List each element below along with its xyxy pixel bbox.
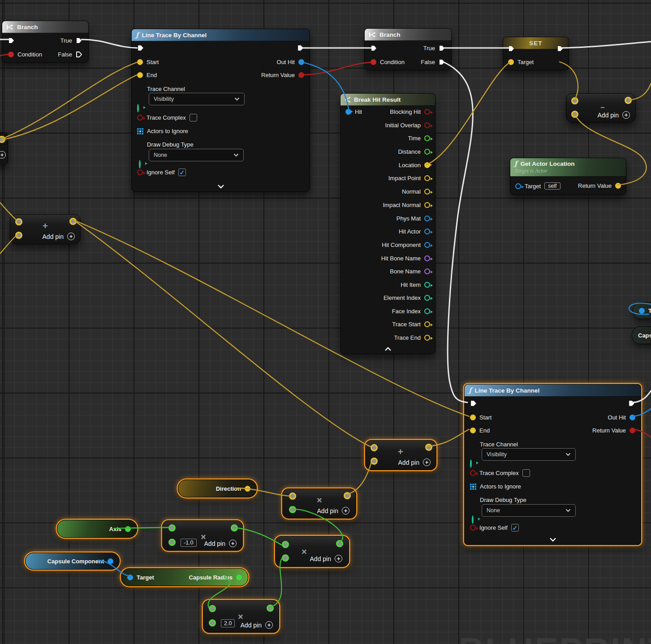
multiply-node-a[interactable]: × Add pin	[282, 488, 356, 519]
input-pin-a[interactable]	[571, 97, 578, 104]
normal-pin[interactable]	[424, 189, 430, 194]
blueprint-graph-canvas[interactable]: Branch Condition True False ƒ Line Trace…	[0, 0, 651, 644]
false-exec-pin[interactable]	[439, 59, 445, 65]
trace-channel-pin[interactable]	[470, 459, 472, 468]
output-pin[interactable]	[69, 218, 77, 225]
trace-start-pin[interactable]	[424, 321, 430, 327]
array-pin-icon[interactable]	[470, 484, 476, 490]
exec-in-pin[interactable]	[508, 45, 515, 52]
trace-channel-pin[interactable]	[137, 104, 139, 112]
out-hit-pin[interactable]	[629, 415, 635, 420]
expand-chevron-icon[interactable]	[549, 537, 556, 542]
trace-complex-checkbox[interactable]	[190, 114, 197, 121]
exec-out-pin[interactable]	[297, 44, 304, 52]
ignore-self-pin[interactable]	[137, 169, 143, 175]
blocking-hit-pin[interactable]	[424, 109, 430, 115]
output-pin[interactable]	[236, 575, 242, 580]
partial-node-right-bottom[interactable]: Caps	[632, 326, 651, 344]
exec-in-pin[interactable]	[137, 44, 144, 52]
output-pin[interactable]	[231, 524, 238, 532]
element-index-pin[interactable]	[424, 295, 430, 301]
bone-name-pin[interactable]	[424, 268, 430, 274]
line-trace-node-2[interactable]: ƒ Line Trace By Channel Start End Out Hi…	[464, 384, 641, 545]
array-pin-icon[interactable]	[137, 128, 143, 134]
expand-chevron-icon[interactable]	[217, 184, 224, 189]
location-pin[interactable]	[424, 162, 430, 168]
capsule-component-variable-node[interactable]: Capsule Component	[25, 553, 120, 570]
collapse-chevron-icon[interactable]	[384, 347, 392, 351]
hit-component-pin[interactable]	[424, 242, 430, 248]
false-exec-pin[interactable]	[76, 51, 82, 58]
direction-variable-node[interactable]: Direction	[178, 480, 257, 497]
add-pin-icon[interactable]	[229, 540, 237, 547]
target-pin[interactable]	[127, 575, 133, 580]
end-pin[interactable]	[137, 72, 143, 78]
exec-in-pin[interactable]	[371, 45, 377, 52]
add-node-2[interactable]: + Add pin	[365, 440, 436, 470]
ignore-self-checkbox[interactable]	[178, 169, 186, 176]
condition-pin[interactable]	[8, 52, 14, 57]
input-pin-a[interactable]	[289, 493, 296, 500]
output-pin[interactable]	[245, 486, 250, 492]
hit-actor-pin[interactable]	[424, 229, 430, 234]
output-pin[interactable]	[125, 526, 131, 532]
distance-pin[interactable]	[424, 149, 430, 155]
end-pin[interactable]	[470, 428, 476, 433]
draw-debug-pin[interactable]	[472, 515, 474, 524]
true-exec-pin[interactable]	[439, 45, 445, 52]
partial-node-right-top[interactable]: T	[633, 302, 651, 319]
partial-node-left-edge[interactable]	[0, 132, 8, 165]
multiply-node-b[interactable]: × -1.0 Add pin	[162, 520, 243, 551]
start-pin[interactable]	[137, 59, 143, 65]
output-pin[interactable]	[425, 444, 432, 451]
face-index-pin[interactable]	[424, 308, 430, 314]
hit-item-pin[interactable]	[424, 282, 430, 288]
draw-debug-dropdown[interactable]: None	[149, 149, 244, 161]
exec-out-pin[interactable]	[557, 45, 564, 52]
add-node-left[interactable]: + Add pin	[10, 214, 81, 244]
add-pin-icon[interactable]	[265, 621, 273, 629]
get-actor-location-node[interactable]: ƒGet Actor Location Target is Actor Targ…	[510, 158, 626, 195]
line-trace-node-1[interactable]: ƒ Line Trace By Channel Start End Out Hi…	[131, 29, 310, 192]
hit-input-pin[interactable]	[345, 109, 351, 115]
exec-in-pin[interactable]	[470, 400, 477, 407]
hit-bone-name-pin[interactable]	[424, 255, 430, 261]
trace-complex-pin[interactable]	[470, 470, 476, 476]
input-pin-a[interactable]	[209, 605, 216, 612]
input-pin-b[interactable]	[289, 506, 296, 513]
ignore-self-pin[interactable]	[470, 525, 476, 531]
initial-overlap-pin[interactable]	[424, 122, 430, 128]
add-pin-icon[interactable]	[67, 233, 75, 240]
target-pin[interactable]	[508, 59, 514, 65]
input-pin-a[interactable]	[371, 444, 378, 451]
branch-node-1[interactable]: Branch Condition True False	[2, 21, 89, 63]
multiply-node-d[interactable]: × 2.0 Add pin	[203, 600, 279, 633]
input-pin-a[interactable]	[168, 524, 176, 532]
output-pin[interactable]	[336, 540, 343, 547]
value-input[interactable]: 2.0	[221, 619, 235, 627]
trace-channel-dropdown[interactable]: Visibility	[149, 93, 245, 105]
start-pin[interactable]	[470, 415, 476, 420]
input-pin-b[interactable]	[168, 539, 176, 546]
trace-end-pin[interactable]	[424, 335, 430, 341]
exec-in-pin[interactable]	[8, 37, 15, 44]
multiply-node-c[interactable]: × Add pin	[275, 536, 349, 567]
add-pin-icon[interactable]	[342, 507, 349, 514]
return-value-pin[interactable]	[629, 428, 635, 433]
impact-normal-pin[interactable]	[424, 202, 430, 208]
input-pin-b[interactable]	[15, 232, 22, 239]
trace-complex-pin[interactable]	[137, 115, 143, 121]
return-value-pin[interactable]	[298, 72, 304, 78]
value-input[interactable]: -1.0	[181, 539, 197, 547]
trace-channel-dropdown[interactable]: Visibility	[482, 448, 576, 461]
input-pin-a[interactable]	[15, 218, 22, 225]
branch-node-2[interactable]: Branch Condition True False	[364, 28, 452, 70]
draw-debug-dropdown[interactable]: None	[482, 504, 576, 517]
output-pin[interactable]	[108, 558, 113, 564]
input-pin-b[interactable]	[282, 554, 289, 562]
draw-debug-pin[interactable]	[139, 160, 141, 169]
add-pin-icon[interactable]	[622, 111, 630, 119]
return-value-pin[interactable]	[615, 183, 621, 189]
add-pin-icon[interactable]	[335, 555, 342, 562]
add-pin-icon[interactable]	[423, 458, 431, 466]
